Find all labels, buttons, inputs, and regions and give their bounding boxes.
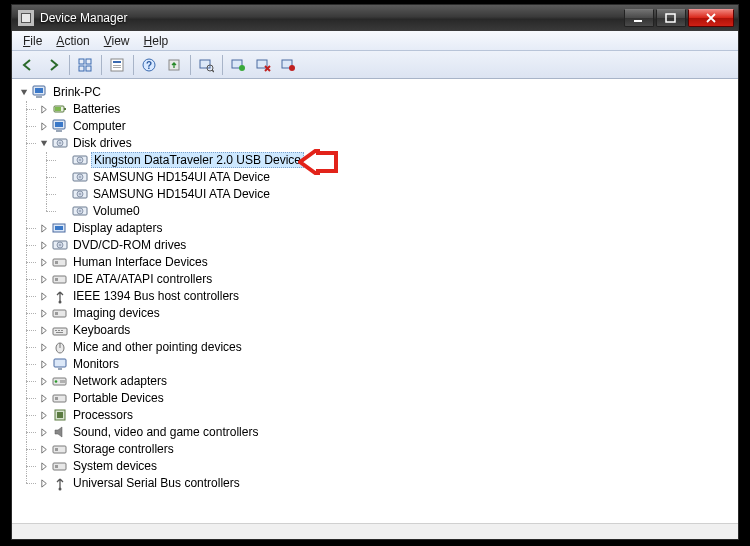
portable-devices-icon (52, 390, 68, 406)
category-node[interactable]: Keyboards (38, 322, 738, 338)
update-driver-button[interactable] (162, 54, 186, 76)
category-node[interactable]: IEEE 1394 Bus host controllers (38, 288, 738, 304)
expand-icon[interactable] (38, 375, 50, 387)
node-label[interactable]: IEEE 1394 Bus host controllers (71, 289, 241, 303)
category-node[interactable]: Network adapters (38, 373, 738, 389)
computer-icon (52, 118, 68, 134)
processors-icon (52, 407, 68, 423)
category-node[interactable]: Mice and other pointing devices (38, 339, 738, 355)
universal-serial-bus-controllers-icon (52, 475, 68, 491)
node-label[interactable]: Monitors (71, 357, 121, 371)
category-node[interactable]: Universal Serial Bus controllers (38, 475, 738, 491)
enable-device-button[interactable] (226, 54, 250, 76)
node-label[interactable]: Sound, video and game controllers (71, 425, 260, 439)
minimize-button[interactable] (624, 9, 654, 27)
scan-hardware-button[interactable] (194, 54, 218, 76)
node-label[interactable]: Brink-PC (51, 85, 103, 99)
node-label[interactable]: System devices (71, 459, 159, 473)
node-label[interactable]: SAMSUNG HD154UI ATA Device (91, 187, 272, 201)
expand-icon[interactable] (38, 392, 50, 404)
node-label[interactable]: Storage controllers (71, 442, 176, 456)
node-label[interactable]: Computer (71, 119, 128, 133)
device-node[interactable]: SAMSUNG HD154UI ATA Device (58, 186, 738, 202)
expand-icon[interactable] (38, 341, 50, 353)
menu-file[interactable]: File (16, 31, 49, 50)
node-label[interactable]: Network adapters (71, 374, 169, 388)
help-button[interactable] (137, 54, 161, 76)
expand-icon[interactable] (38, 460, 50, 472)
node-label[interactable]: SAMSUNG HD154UI ATA Device (91, 170, 272, 184)
collapse-icon[interactable] (38, 137, 50, 149)
node-label[interactable]: Portable Devices (71, 391, 166, 405)
disk-drive-icon (72, 203, 88, 219)
expand-icon[interactable] (38, 426, 50, 438)
node-label[interactable]: Imaging devices (71, 306, 162, 320)
expand-icon[interactable] (38, 409, 50, 421)
expand-icon[interactable] (38, 307, 50, 319)
menu-action[interactable]: Action (49, 31, 96, 50)
expand-icon[interactable] (38, 120, 50, 132)
node-label[interactable]: Human Interface Devices (71, 255, 210, 269)
category-node[interactable]: Computer (38, 118, 738, 134)
category-node[interactable]: DVD/CD-ROM drives (38, 237, 738, 253)
category-node[interactable]: Portable Devices (38, 390, 738, 406)
node-label[interactable]: Keyboards (71, 323, 132, 337)
device-node[interactable]: Kingston DataTraveler 2.0 USB Device (58, 152, 738, 168)
expand-icon[interactable] (38, 477, 50, 489)
display-adapters-icon (52, 220, 68, 236)
expand-icon[interactable] (38, 103, 50, 115)
expand-icon[interactable] (38, 273, 50, 285)
category-node[interactable]: Monitors (38, 356, 738, 372)
category-node[interactable]: IDE ATA/ATAPI controllers (38, 271, 738, 287)
category-node[interactable]: Display adapters (38, 220, 738, 236)
node-label[interactable]: Mice and other pointing devices (71, 340, 244, 354)
svg-rect-50 (666, 14, 675, 22)
device-node[interactable]: SAMSUNG HD154UI ATA Device (58, 169, 738, 185)
node-label[interactable]: Processors (71, 408, 135, 422)
close-button[interactable] (688, 9, 734, 27)
collapse-icon[interactable] (18, 86, 30, 98)
node-label[interactable]: Kingston DataTraveler 2.0 USB Device (91, 152, 304, 168)
node-label[interactable]: Display adapters (71, 221, 164, 235)
device-node[interactable]: Volume0 (58, 203, 738, 219)
maximize-button[interactable] (656, 9, 686, 27)
device-tree[interactable]: Brink-PCBatteriesComputerDisk drivesKing… (12, 79, 738, 523)
category-node[interactable]: Human Interface Devices (38, 254, 738, 270)
node-label[interactable]: Volume0 (91, 204, 142, 218)
expand-icon[interactable] (38, 239, 50, 251)
node-label[interactable]: Batteries (71, 102, 122, 116)
sound-video-and-game-controllers-icon (52, 424, 68, 440)
titlebar[interactable]: Device Manager (12, 5, 738, 31)
expand-icon[interactable] (38, 358, 50, 370)
category-node[interactable]: Processors (38, 407, 738, 423)
expand-icon[interactable] (38, 324, 50, 336)
disable-device-button[interactable] (276, 54, 300, 76)
batteries-icon (52, 101, 68, 117)
expand-icon[interactable] (38, 256, 50, 268)
menu-help[interactable]: Help (137, 31, 176, 50)
window-title: Device Manager (40, 11, 624, 25)
properties-button[interactable] (105, 54, 129, 76)
statusbar (12, 523, 738, 539)
expand-icon[interactable] (38, 443, 50, 455)
node-label[interactable]: Disk drives (71, 136, 134, 150)
show-hidden-button[interactable] (73, 54, 97, 76)
category-node[interactable]: Batteries (38, 101, 738, 117)
back-button[interactable] (16, 54, 40, 76)
category-node[interactable]: Sound, video and game controllers (38, 424, 738, 440)
expand-icon[interactable] (38, 290, 50, 302)
tree-root-node[interactable]: Brink-PC (18, 84, 738, 100)
node-label[interactable]: IDE ATA/ATAPI controllers (71, 272, 214, 286)
category-node[interactable]: Imaging devices (38, 305, 738, 321)
category-node[interactable]: System devices (38, 458, 738, 474)
expand-icon[interactable] (38, 222, 50, 234)
node-label[interactable]: Universal Serial Bus controllers (71, 476, 242, 490)
menu-view[interactable]: View (97, 31, 137, 50)
category-node[interactable]: Disk drives (38, 135, 738, 151)
node-label[interactable]: DVD/CD-ROM drives (71, 238, 188, 252)
category-node[interactable]: Storage controllers (38, 441, 738, 457)
forward-button[interactable] (41, 54, 65, 76)
disk-drive-icon (72, 152, 88, 168)
uninstall-button[interactable] (251, 54, 275, 76)
separator (101, 55, 102, 75)
